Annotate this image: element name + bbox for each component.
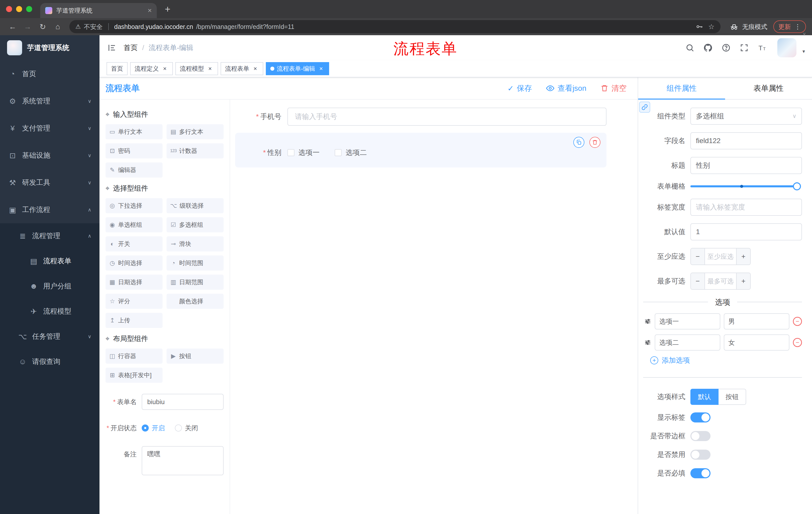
search-icon[interactable] [684, 42, 696, 54]
form-remark-textarea[interactable]: 嘿嘿 [142, 446, 224, 475]
form-canvas[interactable]: *手机号 [230, 100, 638, 514]
tag-close-icon[interactable]: × [252, 65, 259, 72]
remove-option-button[interactable]: − [793, 317, 802, 326]
avatar-caret-icon[interactable]: ▾ [803, 48, 805, 54]
default-value-input[interactable] [690, 223, 802, 240]
forward-icon[interactable]: → [21, 22, 34, 31]
tag-process-model[interactable]: 流程模型 × [175, 62, 218, 75]
tag-close-icon[interactable]: × [161, 65, 168, 72]
github-icon[interactable] [702, 42, 714, 54]
sidebar-item-leave-query[interactable]: ☺ 请假查询 [0, 349, 99, 374]
palette-item-slider[interactable]: ⊸滑块 [167, 236, 224, 251]
border-toggle[interactable] [690, 431, 710, 441]
slider-handle[interactable] [793, 182, 801, 190]
copy-component-button[interactable] [573, 137, 584, 148]
form-name-input[interactable] [142, 394, 224, 410]
sidebar-item-process-model[interactable]: ✈ 流程模型 [0, 299, 99, 324]
tag-home[interactable]: 首页 [107, 62, 127, 75]
sidebar-item-infrastructure[interactable]: ⊡ 基础设施 ∨ [0, 142, 99, 169]
window-zoom-button[interactable] [26, 6, 32, 12]
drag-handle-icon[interactable] [644, 339, 651, 346]
tab-form-props[interactable]: 表单属性 [725, 77, 812, 99]
window-minimize-button[interactable] [16, 6, 22, 12]
doc-link-button[interactable] [639, 102, 650, 113]
palette-item-editor[interactable]: ✎编辑器 [106, 162, 163, 178]
browser-menu-dots-icon[interactable]: ⋮ [794, 23, 801, 31]
stepper-decrease-button[interactable]: − [691, 273, 705, 289]
show-label-toggle[interactable] [690, 412, 710, 423]
min-select-value[interactable]: 至少应选 [705, 248, 736, 265]
sidebar-item-payment[interactable]: ¥ 支付管理 ∨ [0, 115, 99, 142]
window-close-button[interactable] [6, 6, 12, 12]
stepper-increase-button[interactable]: + [736, 248, 750, 265]
disabled-toggle[interactable] [690, 450, 710, 460]
tag-process-definition[interactable]: 流程定义 × [130, 62, 173, 75]
sidebar-item-user-groups[interactable]: ☻ 用户分组 [0, 274, 99, 299]
status-radio-on[interactable]: 开启 [142, 424, 165, 433]
sidebar-item-process-form[interactable]: ▤ 流程表单 [0, 248, 99, 274]
save-button[interactable]: ✓ 保存 [508, 83, 532, 93]
sidebar-logo[interactable]: 芋道管理系统 [0, 35, 99, 60]
drag-handle-icon[interactable] [644, 318, 651, 325]
security-warning-icon[interactable]: ⚠ [76, 23, 81, 30]
palette-item-date-range[interactable]: ▥日期范围 [167, 275, 224, 290]
tag-close-icon[interactable]: × [206, 65, 213, 72]
url-bar[interactable]: ⚠ 不安全 dashboard.yudao.iocoder.cn/bpm/man… [69, 20, 721, 33]
palette-item-multi-line-text[interactable]: ▤多行文本 [167, 124, 224, 139]
bookmark-star-icon[interactable]: ☆ [708, 23, 715, 31]
tag-close-icon[interactable]: × [318, 65, 325, 72]
sidebar-item-process-management[interactable]: ≣ 流程管理 ∧ [0, 223, 99, 248]
option-2-label-input[interactable] [655, 334, 720, 351]
tab-component-props[interactable]: 组件属性 [638, 77, 725, 99]
palette-item-dropdown[interactable]: ◎下拉选择 [106, 198, 163, 213]
sidebar-toggle-button[interactable] [99, 35, 124, 60]
sidebar-item-workflow[interactable]: ▣ 工作流程 ∧ [0, 196, 99, 223]
new-tab-button[interactable]: + [165, 4, 170, 15]
option-style-button-button[interactable]: 按钮 [719, 389, 746, 405]
breadcrumb-home[interactable]: 首页 [124, 43, 138, 53]
title-input[interactable] [690, 157, 802, 174]
palette-item-checkbox-group[interactable]: ☑多选框组 [167, 217, 224, 232]
palette-item-color-picker[interactable]: 颜色选择 [167, 294, 224, 309]
home-icon[interactable]: ⌂ [51, 22, 64, 31]
back-icon[interactable]: ← [6, 22, 19, 31]
clear-button[interactable]: 清空 [601, 83, 627, 93]
password-key-icon[interactable] [696, 23, 703, 30]
view-json-button[interactable]: 查看json [546, 83, 586, 93]
palette-item-button[interactable]: ▶按钮 [167, 349, 224, 363]
tag-process-form[interactable]: 流程表单 × [221, 62, 263, 75]
add-option-button[interactable]: + 添加选项 [650, 356, 802, 365]
profile-chevron-icon[interactable]: ∨ [803, 31, 806, 37]
stepper-decrease-button[interactable]: − [691, 248, 705, 265]
option-1-value-input[interactable] [724, 313, 789, 329]
palette-item-rate[interactable]: ☆评分 [106, 294, 163, 309]
gender-option-1-checkbox[interactable]: 选项一 [287, 148, 320, 157]
field-name-input[interactable] [690, 132, 802, 150]
fullscreen-icon[interactable] [738, 42, 750, 54]
canvas-field-gender-selected[interactable]: *性别 选项一 选项二 [235, 133, 607, 167]
option-style-default-button[interactable]: 默认 [690, 389, 719, 405]
palette-item-date-picker[interactable]: ▦日期选择 [106, 275, 163, 290]
palette-item-cascader[interactable]: ⌥级联选择 [167, 198, 224, 213]
palette-item-upload[interactable]: ↥上传 [106, 313, 163, 328]
label-width-input[interactable] [690, 199, 802, 216]
palette-item-radio-group[interactable]: ◉单选框组 [106, 217, 163, 232]
palette-item-time-range[interactable]: ◔时间范围 [167, 255, 224, 271]
user-avatar[interactable] [777, 38, 796, 57]
grid-slider[interactable] [690, 185, 797, 187]
palette-item-row-container[interactable]: ◫行容器 [106, 349, 163, 363]
component-type-select[interactable]: 多选框组 ∨ [690, 108, 802, 125]
remove-option-button[interactable]: − [793, 338, 802, 347]
sidebar-item-home[interactable]: ◔ 首页 [0, 60, 99, 87]
help-icon[interactable] [720, 42, 732, 54]
status-radio-off[interactable]: 关闭 [175, 424, 198, 433]
required-toggle[interactable] [690, 468, 710, 478]
sidebar-item-system[interactable]: ⚙ 系统管理 ∨ [0, 87, 99, 115]
sidebar-item-task-management[interactable]: ⌥ 任务管理 ∨ [0, 324, 99, 349]
tag-process-form-edit[interactable]: 流程表单-编辑 × [266, 62, 329, 75]
palette-item-single-line-text[interactable]: ▭单行文本 [106, 124, 163, 139]
phone-input[interactable] [287, 108, 607, 126]
option-2-value-input[interactable] [724, 334, 789, 351]
palette-item-table[interactable]: ⊞表格[开发中] [106, 368, 163, 383]
browser-tab[interactable]: 芋道管理系统 × [40, 3, 157, 18]
